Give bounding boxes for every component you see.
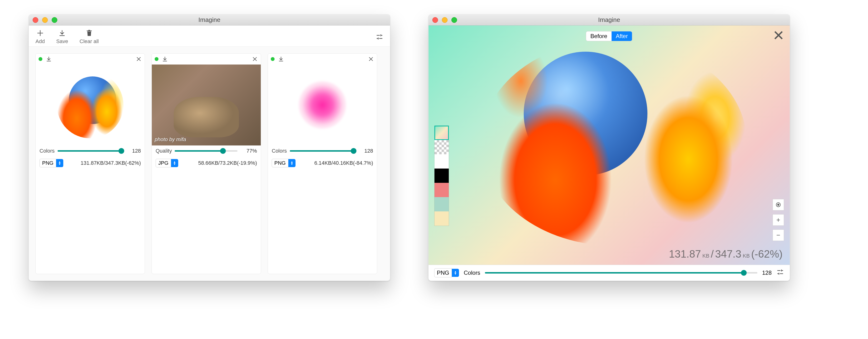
pink-blur-image <box>299 81 346 129</box>
swatch-white[interactable] <box>434 154 449 168</box>
close-icon <box>773 30 784 41</box>
quality-slider[interactable] <box>175 150 238 152</box>
download-icon[interactable] <box>278 56 284 62</box>
colors-slider[interactable] <box>58 150 121 152</box>
sliders-icon <box>376 33 383 41</box>
download-icon[interactable] <box>46 56 52 62</box>
slider-value: 128 <box>762 270 772 276</box>
select-arrows-icon: ▲▼ <box>288 159 296 167</box>
slider-value: 128 <box>124 148 141 154</box>
image-card: Colors 128 PNG ▲▼ 131.87KB/347.3KB(-62%) <box>35 53 145 274</box>
window-title: Imagine <box>29 16 390 24</box>
image-card: Colors 128 PNG ▲▼ 6.14KB/40.16KB(-84.7%) <box>268 53 377 274</box>
download-icon[interactable] <box>162 56 168 62</box>
slider-label: Colors <box>464 270 480 276</box>
preview-bottom-bar: PNG ▲▼ Colors 128 <box>429 265 790 281</box>
size-delta: (-62%) <box>751 248 782 260</box>
swatch-transparent[interactable] <box>434 140 449 154</box>
zoom-out-button[interactable]: − <box>773 229 784 241</box>
swatch-gradient[interactable] <box>434 126 449 140</box>
orig-size-unit: KB <box>743 253 750 259</box>
slider-label: Colors <box>39 148 55 154</box>
slider-label: Quality <box>156 148 172 154</box>
slider-value: 77% <box>240 148 257 154</box>
card-grid: Colors 128 PNG ▲▼ 131.87KB/347.3KB(-62%) <box>29 47 390 281</box>
window-title: Imagine <box>429 16 790 24</box>
size-stats: 131.87KB/347.3KB(-62%) <box>67 160 141 166</box>
after-tab[interactable]: After <box>612 31 632 41</box>
toolbar: Add Save Clear all <box>29 26 390 47</box>
clear-all-label: Clear all <box>80 38 99 44</box>
settings-button[interactable] <box>376 33 383 41</box>
format-value: PNG <box>39 159 56 167</box>
zoom-in-button[interactable]: + <box>773 214 784 226</box>
svg-point-1 <box>778 204 779 206</box>
new-size-unit: KB <box>703 253 709 259</box>
select-arrows-icon: ▲▼ <box>452 269 459 277</box>
preview-canvas: Before After + − 131.87 KB / <box>429 26 790 265</box>
slider-value: 128 <box>356 148 373 154</box>
close-icon[interactable] <box>252 56 258 62</box>
main-window: Imagine Add Save Clear all <box>29 14 390 281</box>
format-select[interactable]: PNG ▲▼ <box>39 159 63 167</box>
firefox-logo-image <box>57 72 123 138</box>
plus-icon <box>36 29 44 37</box>
cat-image: photo by mifa <box>152 64 261 146</box>
select-arrows-icon: ▲▼ <box>171 159 178 167</box>
format-value: PNG <box>272 159 288 167</box>
add-label: Add <box>35 38 45 44</box>
status-dot <box>271 57 275 61</box>
slider-label: Colors <box>272 148 287 154</box>
target-icon <box>775 202 781 208</box>
trash-icon <box>86 29 93 37</box>
thumbnail[interactable] <box>268 64 377 146</box>
settings-button[interactable] <box>776 268 784 277</box>
close-icon[interactable] <box>368 56 374 62</box>
close-preview-button[interactable] <box>773 30 784 42</box>
format-select[interactable]: PNG ▲▼ <box>272 159 296 167</box>
preview-image[interactable] <box>481 40 747 246</box>
format-value: PNG <box>434 268 452 277</box>
select-arrows-icon: ▲▼ <box>56 159 63 167</box>
fit-button[interactable] <box>773 199 784 211</box>
orig-size: 347.3 <box>715 248 741 260</box>
format-select[interactable]: JPG ▲▼ <box>156 159 178 167</box>
zoom-controls: + − <box>773 199 784 241</box>
close-icon[interactable] <box>135 56 142 62</box>
thumbnail[interactable]: photo by mifa <box>152 64 261 146</box>
colors-slider[interactable] <box>290 150 353 152</box>
status-dot <box>38 57 42 61</box>
photo-credit: photo by mifa <box>155 136 186 143</box>
new-size: 131.87 <box>669 248 701 260</box>
save-label: Save <box>56 38 68 44</box>
swatch-coral[interactable] <box>434 183 449 197</box>
format-select[interactable]: PNG ▲▼ <box>434 268 459 277</box>
download-icon <box>58 29 66 37</box>
thumbnail[interactable] <box>36 64 145 146</box>
save-button[interactable]: Save <box>56 29 68 44</box>
size-stats: 58.66KB/73.2KB(-19.9%) <box>182 160 257 166</box>
titlebar: Imagine <box>29 14 390 26</box>
swatch-cream[interactable] <box>434 211 449 226</box>
preview-window: Imagine Before After + − <box>428 14 790 281</box>
size-sep: / <box>711 248 714 260</box>
titlebar: Imagine <box>429 14 790 26</box>
preview-size-stats: 131.87 KB / 347.3 KB (-62%) <box>669 248 782 260</box>
colors-slider[interactable] <box>485 272 757 274</box>
status-dot <box>155 57 158 61</box>
format-value: JPG <box>156 159 171 167</box>
swatch-mint[interactable] <box>434 197 449 211</box>
background-swatches <box>434 125 449 226</box>
sliders-icon <box>776 268 784 276</box>
image-card: photo by mifa Quality 77% JPG ▲▼ 58.66KB… <box>152 53 261 274</box>
clear-all-button[interactable]: Clear all <box>80 29 99 44</box>
swatch-black[interactable] <box>434 168 449 183</box>
before-tab[interactable]: Before <box>586 31 612 41</box>
size-stats: 6.14KB/40.16KB(-84.7%) <box>299 160 373 166</box>
add-button[interactable]: Add <box>35 29 45 44</box>
